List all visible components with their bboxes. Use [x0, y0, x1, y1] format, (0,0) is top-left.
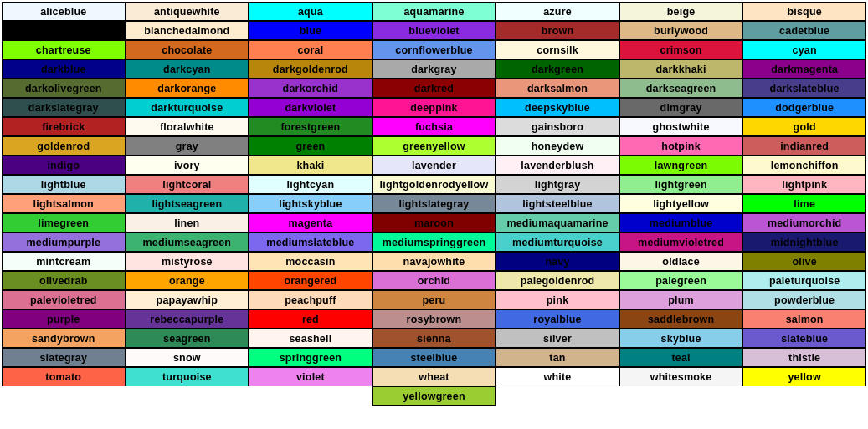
- color-swatch-lightgoldenrodyellow: lightgoldenrodyellow: [372, 175, 496, 194]
- color-swatch-seagreen: seagreen: [126, 329, 249, 348]
- color-swatch-blanchedalmond: blanchedalmond: [126, 21, 249, 40]
- color-swatch-mediumturquoise: mediumturquoise: [496, 232, 619, 252]
- color-swatch-lime: lime: [742, 194, 866, 213]
- color-swatch-darkgoldenrod: darkgoldenrod: [249, 59, 372, 79]
- color-swatch-rosybrown: rosybrown: [372, 309, 496, 329]
- color-swatch-plum: plum: [619, 290, 743, 309]
- color-swatch-linen: linen: [126, 213, 249, 232]
- color-swatch-mediumseagreen: mediumseagreen: [126, 232, 249, 252]
- color-swatch-cornflowerblue: cornflowerblue: [372, 40, 496, 59]
- color-swatch-sienna: sienna: [372, 329, 496, 348]
- color-swatch-orangered: orangered: [249, 271, 372, 290]
- color-swatch-snow: snow: [126, 348, 249, 367]
- color-swatch-mistyrose: mistyrose: [126, 252, 249, 271]
- color-swatch-olivedrab: olivedrab: [2, 271, 126, 290]
- color-swatch-indianred: indianred: [742, 136, 866, 156]
- color-swatch-lavender: lavender: [372, 156, 496, 175]
- color-swatch-lightsteelblue: lightsteelblue: [496, 194, 619, 213]
- color-swatch-darkviolet: darkviolet: [249, 98, 372, 117]
- color-swatch-lightslategray: lightslategray: [372, 194, 496, 213]
- color-swatch-paleturquoise: paleturquoise: [742, 271, 866, 290]
- color-swatch-beige: beige: [619, 2, 743, 21]
- color-swatch-green: green: [249, 136, 372, 156]
- color-swatch-chartreuse: chartreuse: [2, 40, 126, 59]
- color-swatch-mediumspringgreen: mediumspringgreen: [372, 232, 496, 252]
- color-swatch-silver: silver: [496, 329, 619, 348]
- color-swatch-maroon: maroon: [372, 213, 496, 232]
- color-swatch-tan: tan: [496, 348, 619, 367]
- color-swatch-sandybrown: sandybrown: [2, 329, 126, 348]
- color-swatch-mediumaquamarine: mediumaquamarine: [496, 213, 619, 232]
- color-swatch-darkblue: darkblue: [2, 59, 126, 79]
- color-swatch-lavenderblush: lavenderblush: [496, 156, 619, 175]
- color-swatch-darkturquoise: darkturquoise: [126, 98, 249, 117]
- color-swatch-gold: gold: [742, 117, 866, 136]
- color-swatch-lightcyan: lightcyan: [249, 175, 372, 194]
- color-swatch-lightyellow: lightyellow: [619, 194, 743, 213]
- color-swatch-floralwhite: floralwhite: [126, 117, 249, 136]
- color-swatch-darkolivegreen: darkolivegreen: [2, 79, 126, 98]
- color-swatch-papayawhip: papayawhip: [126, 290, 249, 309]
- color-swatch-cornsilk: cornsilk: [496, 40, 619, 59]
- color-swatch-crimson: crimson: [619, 40, 743, 59]
- color-swatch-thistle: thistle: [742, 348, 866, 367]
- color-swatch-navajowhite: navajowhite: [372, 252, 496, 271]
- color-swatch-firebrick: firebrick: [2, 117, 126, 136]
- color-swatch-wheat: wheat: [372, 367, 496, 386]
- color-swatch-darkorchid: darkorchid: [249, 79, 372, 98]
- color-swatch-lightcoral: lightcoral: [126, 175, 249, 194]
- color-swatch-royalblue: royalblue: [496, 309, 619, 329]
- color-swatch-slateblue: slateblue: [742, 329, 866, 348]
- color-swatch-mediumorchid: mediumorchid: [742, 213, 866, 232]
- color-swatch-purple: purple: [2, 309, 126, 329]
- color-swatch-blue: blue: [249, 21, 372, 40]
- color-swatch-darkgreen: darkgreen: [496, 59, 619, 79]
- color-swatch-mediumpurple: mediumpurple: [2, 232, 126, 252]
- color-swatch-oldlace: oldlace: [619, 252, 743, 271]
- color-swatch-antiquewhite: antiquewhite: [126, 2, 249, 21]
- color-swatch-black: black: [2, 21, 126, 40]
- color-swatch-burlywood: burlywood: [619, 21, 743, 40]
- color-swatch-magenta: magenta: [249, 213, 372, 232]
- color-swatch-gainsboro: gainsboro: [496, 117, 619, 136]
- color-swatch-tomato: tomato: [2, 367, 126, 386]
- color-swatch-salmon: salmon: [742, 309, 866, 329]
- color-swatch-chocolate: chocolate: [126, 40, 249, 59]
- color-swatch-lemonchiffon: lemonchiffon: [742, 156, 866, 175]
- color-swatch-lightsalmon: lightsalmon: [2, 194, 126, 213]
- color-swatch-springgreen: springgreen: [249, 348, 372, 367]
- color-swatch-deeppink: deeppink: [372, 98, 496, 117]
- color-swatch-midnightblue: midnightblue: [742, 232, 866, 252]
- color-swatch-darkseagreen: darkseagreen: [619, 79, 743, 98]
- color-swatch-forestgreen: forestgreen: [249, 117, 372, 136]
- color-swatch-whitesmoke: whitesmoke: [619, 367, 743, 386]
- color-swatch-aquamarine: aquamarine: [372, 2, 496, 21]
- color-swatch-darkslateblue: darkslateblue: [742, 79, 866, 98]
- color-swatch-mintcream: mintcream: [2, 252, 126, 271]
- color-swatch-grid: aliceblueantiquewhiteaquaaquamarineazure…: [2, 2, 866, 406]
- color-swatch-saddlebrown: saddlebrown: [619, 309, 743, 329]
- color-swatch-slategray: slategray: [2, 348, 126, 367]
- color-swatch-steelblue: steelblue: [372, 348, 496, 367]
- color-swatch-turquoise: turquoise: [126, 367, 249, 386]
- color-swatch-azure: azure: [496, 2, 619, 21]
- color-swatch-yellow: yellow: [742, 367, 866, 386]
- color-swatch-darkgray: darkgray: [372, 59, 496, 79]
- color-swatch-mediumslateblue: mediumslateblue: [249, 232, 372, 252]
- color-swatch-orange: orange: [126, 271, 249, 290]
- color-swatch-rebeccapurple: rebeccapurple: [126, 309, 249, 329]
- color-swatch-cyan: cyan: [742, 40, 866, 59]
- color-swatch-limegreen: limegreen: [2, 213, 126, 232]
- color-swatch-ghostwhite: ghostwhite: [619, 117, 743, 136]
- color-swatch-coral: coral: [249, 40, 372, 59]
- color-swatch-teal: teal: [619, 348, 743, 367]
- color-swatch-hotpink: hotpink: [619, 136, 743, 156]
- color-swatch-dodgerblue: dodgerblue: [742, 98, 866, 117]
- color-swatch-cadetblue: cadetblue: [742, 21, 866, 40]
- color-swatch-fuchsia: fuchsia: [372, 117, 496, 136]
- color-swatch-gray: gray: [126, 136, 249, 156]
- color-swatch-yellowgreen: yellowgreen: [372, 386, 496, 406]
- color-swatch-honeydew: honeydew: [496, 136, 619, 156]
- color-swatch-red: red: [249, 309, 372, 329]
- color-swatch-peachpuff: peachpuff: [249, 290, 372, 309]
